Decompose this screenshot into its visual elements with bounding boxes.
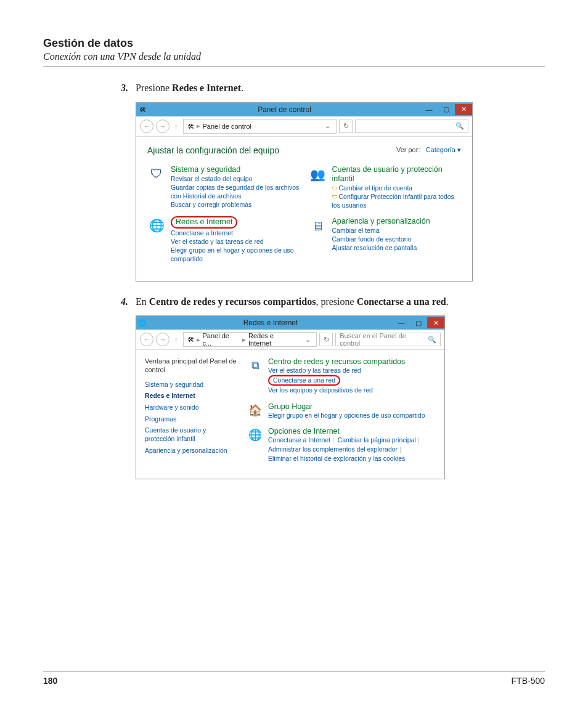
breadcrumb-icon: 🛠 [187, 336, 194, 343]
header-title: Gestión de datos [43, 37, 545, 50]
item-title[interactable]: Centro de redes y recursos compartidos [268, 357, 438, 366]
sidebar-item-system[interactable]: Sistema y seguridad [145, 381, 237, 389]
chevron-down-icon[interactable]: ⌄ [322, 122, 332, 130]
refresh-button[interactable]: ↻ [319, 333, 333, 346]
refresh-button[interactable]: ↻ [339, 120, 353, 133]
cat-appearance: 🖥 Apariencia y personalización Cambiar e… [309, 217, 462, 253]
view-by: Ver por: Categoría ▾ [396, 146, 461, 154]
search-icon: 🔍 [428, 336, 436, 344]
model-label: FTB-500 [512, 676, 545, 686]
display-icon: 🖥 [309, 217, 327, 235]
window-title: Panel de control [149, 105, 420, 114]
step-4-text: En Centro de redes y recursos compartido… [136, 295, 545, 309]
cat-title[interactable]: Sistema y seguridad [171, 165, 300, 174]
sidebar-title[interactable]: Ventana principal del Panel de control [145, 357, 237, 375]
internet-options-icon: 🌐 [247, 427, 263, 443]
footer: 180 FTB-500 [43, 671, 545, 686]
cat-network-internet: 🌐 Redes e Internet Conectarse a Internet… [147, 216, 300, 263]
screenshot-network-internet: 🌐 Redes e Internet — ▢ ✕ ← → ↑ 🛠 ▸ Panel… [136, 315, 445, 479]
item-homegroup: 🏠 Grupo Hogar Elegir grupo en el hogar y… [247, 402, 438, 420]
header-rule [43, 66, 545, 67]
highlight-redes-e-internet[interactable]: Redes e Internet [171, 216, 300, 229]
maximize-button[interactable]: ▢ [438, 104, 455, 115]
link-change-homepage[interactable]: Cambiar la página principal [338, 436, 416, 444]
homegroup-icon: 🏠 [247, 402, 263, 418]
link-manage-addons[interactable]: Administrar los complementos del explora… [268, 445, 398, 453]
forward-button[interactable]: → [156, 120, 169, 133]
link-clear-history[interactable]: Eliminar el historial de exploración y l… [268, 455, 405, 462]
breadcrumb[interactable]: 🛠 ▸ Panel de control ⌄ [183, 119, 337, 134]
search-icon: 🔍 [455, 122, 464, 130]
close-button[interactable]: ✕ [455, 104, 472, 115]
cat-users: 👥 Cuentas de usuario y protección infant… [309, 165, 462, 210]
search-input[interactable]: Buscar en el Panel de control 🔍 [335, 333, 441, 346]
cat-title[interactable]: Apariencia y personalización [332, 217, 462, 226]
search-input[interactable]: 🔍 [355, 120, 468, 133]
highlight-connect-network[interactable]: Conectarse a una red [268, 375, 340, 386]
step-4-number: 4. [111, 295, 128, 309]
chevron-down-icon[interactable]: ⌄ [303, 336, 312, 344]
back-button[interactable]: ← [140, 120, 153, 133]
shield-icon: 🛡 [147, 165, 166, 184]
globe-icon: 🌐 [136, 319, 149, 327]
close-button[interactable]: ✕ [427, 317, 444, 328]
window-icon: 🛠 [136, 106, 149, 113]
page-number: 180 [43, 676, 57, 686]
toolbar: ← → ↑ 🛠 ▸ Panel de c... ▸ Redes e Intern… [136, 330, 444, 350]
sidebar-item-network[interactable]: Redes e Internet [145, 392, 237, 400]
cat-system-security: 🛡 Sistema y seguridad Revisar el estado … [147, 165, 300, 209]
maximize-button[interactable]: ▢ [410, 317, 427, 328]
item-title[interactable]: Grupo Hogar [268, 402, 438, 411]
users-icon: 👥 [309, 165, 327, 184]
window-titlebar: 🌐 Redes e Internet — ▢ ✕ [136, 316, 444, 330]
item-internet-options: 🌐 Opciones de Internet Conectarse a Inte… [247, 427, 438, 463]
sidebar-item-appearance[interactable]: Apariencia y personalización [145, 447, 237, 455]
sidebar-item-users[interactable]: Cuentas de usuario y protección infantil [145, 426, 237, 443]
step-3-text: Presione Redes e Internet. [136, 81, 545, 95]
globe-network-icon: 🌐 [147, 216, 166, 235]
up-button[interactable]: ↑ [172, 336, 181, 343]
window-title: Redes e Internet [149, 318, 393, 327]
minimize-button[interactable]: — [420, 104, 438, 115]
item-title[interactable]: Opciones de Internet [268, 427, 438, 436]
header-subtitle: Conexión con una VPN desde la unidad [43, 51, 545, 62]
link-connect-internet[interactable]: Conectarse a Internet [268, 436, 330, 444]
back-button[interactable]: ← [140, 333, 153, 346]
up-button[interactable]: ↑ [172, 123, 181, 130]
link-view-status[interactable]: Ver el estado y las tareas de red [268, 367, 361, 374]
step-3-number: 3. [111, 81, 128, 95]
cp-heading: Ajustar la configuración del equipo [147, 145, 279, 155]
sidebar-item-programs[interactable]: Programas [145, 415, 237, 424]
toolbar: ← → ↑ 🛠 ▸ Panel de control ⌄ ↻ 🔍 [136, 116, 472, 137]
forward-button[interactable]: → [156, 333, 169, 346]
sidebar-item-hardware[interactable]: Hardware y sonido [145, 404, 237, 412]
window-titlebar: 🛠 Panel de control — ▢ ✕ [136, 103, 472, 116]
link-homegroup-options[interactable]: Elegir grupo en el hogar y opciones de u… [268, 412, 425, 419]
step-4: 4. En Centro de redes y recursos compart… [111, 295, 545, 309]
step-3: 3. Presione Redes e Internet. [111, 81, 545, 95]
sidebar: Ventana principal del Panel de control S… [136, 350, 243, 479]
link-view-devices[interactable]: Ver los equipos y dispositivos de red [268, 386, 373, 394]
breadcrumb-icon: 🛠 [187, 123, 194, 130]
minimize-button[interactable]: — [393, 317, 410, 328]
screenshot-control-panel: 🛠 Panel de control — ▢ ✕ ← → ↑ 🛠 ▸ Panel… [136, 102, 473, 282]
network-center-icon: ⧉ [247, 357, 263, 373]
view-by-dropdown[interactable]: Categoría ▾ [426, 146, 461, 153]
item-network-center: ⧉ Centro de redes y recursos compartidos… [247, 357, 438, 395]
breadcrumb[interactable]: 🛠 ▸ Panel de c... ▸ Redes e Internet ⌄ [183, 332, 317, 347]
cat-title[interactable]: Cuentas de usuario y protección infantil [332, 165, 462, 184]
